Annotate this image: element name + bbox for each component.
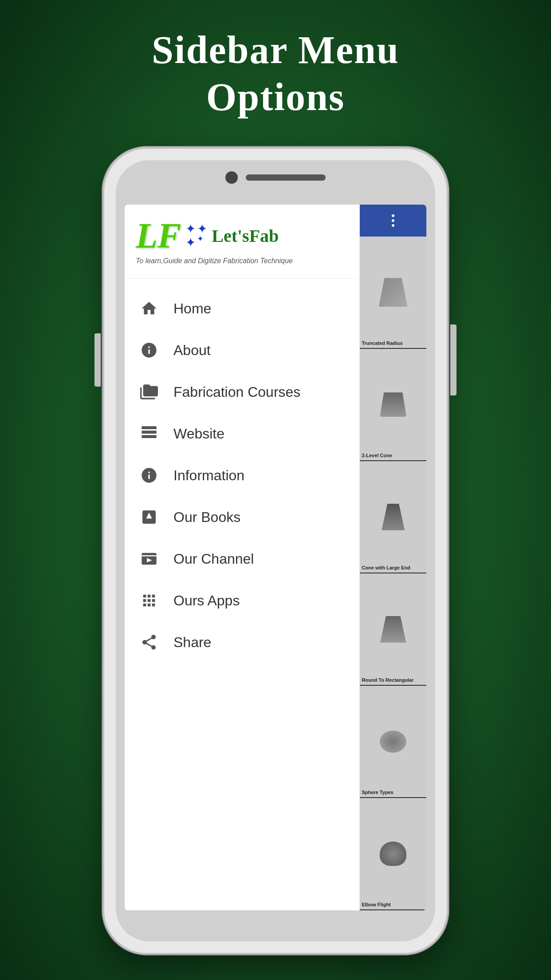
logo-graphic: LF ✦ ✦ ✦ ✦ Let'sFab [136,218,279,253]
sidebar-item-information[interactable]: Information [125,454,359,496]
thumbnail-1[interactable]: Truncated Radius [360,237,426,349]
sidebar-item-our-books[interactable]: Our Books [125,496,359,538]
thumb-bg-6 [360,798,426,909]
apps-icon [138,589,160,612]
sidebar-item-website-label: Website [173,426,224,442]
thumb-bg-5 [360,686,426,797]
more-options-icon[interactable] [392,214,394,227]
star-icon-3: ✦ [185,237,196,249]
logo-tagline: To learn,Guide and Digitize Fabrication … [136,257,293,265]
sidebar-item-apps-label: Ours Apps [173,593,240,609]
sidebar-item-share[interactable]: Share [125,621,359,663]
thumb-label-6: Elbow Flight [362,902,425,908]
thumbnail-6[interactable]: Elbow Flight [360,798,426,910]
thumb-bg-3 [360,461,426,573]
sidebar-item-home[interactable]: Home [125,288,359,329]
sidebar-menu: LF ✦ ✦ ✦ ✦ Let'sFab To learn,Guide and D… [125,205,360,910]
sidebar-item-ours-apps[interactable]: Ours Apps [125,580,359,621]
page-title: Sidebar Menu Options [152,27,399,120]
thumb-label-3: Cone with Large End [362,565,425,571]
star-icon-4: ✦ [197,235,207,249]
thumb-shape-rectangular [379,616,408,643]
menu-items-list: Home About Fabrication Courses [125,283,359,910]
sidebar-item-channel-label: Our Channel [173,551,254,567]
thumbnail-3[interactable]: Cone with Large End [360,461,426,573]
right-panel: Truncated Radius 2-Level Cone Cone with … [360,205,426,910]
sidebar-item-about-label: About [173,342,211,359]
thumb-label-2: 2-Level Cone [362,453,425,458]
thumb-shape-truncated [379,278,408,307]
sidebar-item-our-channel[interactable]: Our Channel [125,538,359,580]
courses-icon [138,381,160,403]
thumb-bg-2 [360,349,426,460]
sidebar-item-books-label: Our Books [173,509,240,526]
sidebar-item-about[interactable]: About [125,329,359,371]
books-icon [138,506,160,528]
sidebar-item-home-label: Home [173,300,211,317]
sidebar-item-courses-label: Fabrication Courses [173,384,300,400]
dot-3 [392,224,394,227]
phone-mockup: LF ✦ ✦ ✦ ✦ Let'sFab To learn,Guide and D… [102,147,449,955]
sidebar-item-fabrication-courses[interactable]: Fabrication Courses [125,371,359,413]
sidebar-item-information-label: Information [173,467,244,484]
logo-lf: LF [136,218,181,253]
sidebar-logo: LF ✦ ✦ ✦ ✦ Let'sFab To learn,Guide and D… [125,205,359,274]
dot-1 [392,214,394,217]
thumb-label-4: Round To Rectangular [362,677,425,683]
star-icon-1: ✦ [185,223,196,235]
volume-button [94,333,101,387]
thumbnail-4[interactable]: Round To Rectangular [360,573,426,686]
about-icon [138,339,160,361]
svg-rect-1 [142,553,156,565]
share-icon [138,631,160,653]
channel-icon [138,548,160,570]
thumbnail-5[interactable]: Sphere Types [360,686,426,798]
sidebar-item-website[interactable]: Website [125,413,359,454]
right-header [360,205,426,237]
dot-2 [392,219,394,222]
thumb-label-5: Sphere Types [362,790,425,795]
thumb-bg-1 [360,237,426,348]
thumbnail-grid: Truncated Radius 2-Level Cone Cone with … [360,237,426,910]
thumbnail-2[interactable]: 2-Level Cone [360,349,426,461]
phone-camera-area [225,171,326,184]
thumb-label-1: Truncated Radius [362,340,425,346]
thumb-shape-cone [379,504,408,530]
logo-divider [125,278,359,279]
sidebar-item-share-label: Share [173,634,211,651]
thumb-shape-elbow [380,842,406,866]
thumb-bg-4 [360,573,426,685]
logo-brand: Let'sFab [212,225,279,246]
star-icon-2: ✦ [197,223,207,235]
speaker-bar [246,174,326,181]
logo-stars: ✦ ✦ ✦ ✦ [185,223,207,249]
thumb-shape-level [380,392,406,417]
camera-icon [225,171,238,184]
website-icon [138,423,160,445]
home-icon [138,297,160,320]
thumb-shape-sphere [380,731,406,753]
information-icon [138,464,160,486]
power-button [450,324,457,395]
phone-screen: LF ✦ ✦ ✦ ✦ Let'sFab To learn,Guide and D… [125,205,426,910]
